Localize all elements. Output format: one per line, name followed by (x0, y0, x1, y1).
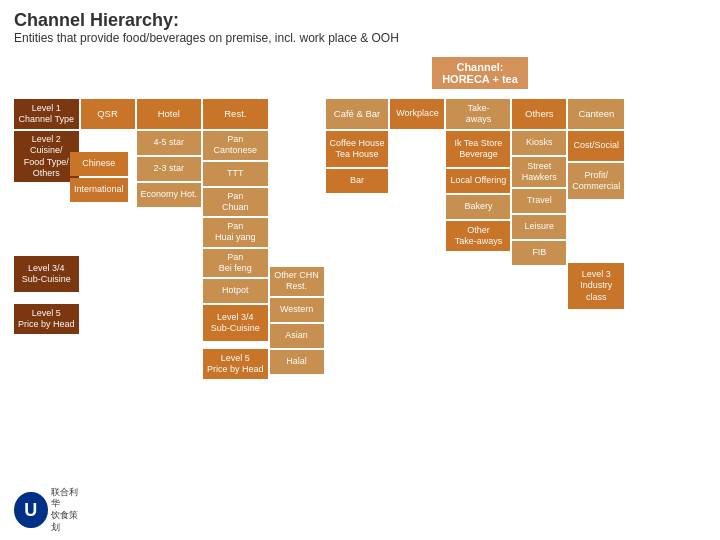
logo: U 联合利华饮食策划 (14, 490, 84, 530)
logo-u: U (24, 500, 37, 521)
channel-box: Channel:HORECA + tea (432, 57, 528, 89)
rest-level34: Level 3/4Sub-Cuisine (203, 305, 268, 341)
rest-pan-chuan: PanChuan (203, 188, 268, 217)
others-leisure: Leisure (512, 215, 566, 239)
hotel-economy: Economy Hot. (137, 183, 202, 207)
takeaway-other: OtherTake-aways (446, 221, 510, 251)
rest-level5: Level 5Price by Head (203, 349, 268, 379)
others-street: StreetHawkers (512, 157, 566, 187)
rest-sub-asian: Asian (270, 324, 324, 348)
rest-sub-otherchn: Other CHNRest. (270, 267, 324, 296)
rest-pan-bei: PanBei feng (203, 249, 268, 278)
rest-ttt: TTT (203, 162, 268, 186)
others-fib: FIB (512, 241, 566, 265)
qsr-international: International (70, 178, 128, 202)
rest-hotpot: Hotpot (203, 279, 268, 303)
rest-sub-western: Western (270, 298, 324, 322)
main-title: Channel Hierarchy: (14, 10, 706, 31)
others-travel: Travel (512, 189, 566, 213)
level2-label: Level 2Cuisine/Food Type/Others (14, 131, 79, 182)
qsr-header: QSR (81, 99, 135, 129)
logo-circle: U (14, 492, 48, 528)
rest-pan-canton: PanCantonese (203, 131, 268, 160)
rest-header: Rest. (203, 99, 268, 129)
title-section: Channel Hierarchy: Entities that provide… (14, 10, 706, 45)
sub-title: Entities that provide food/beverages on … (14, 31, 706, 45)
canteen-profit: Profit/Commercial (568, 163, 624, 199)
level1-label: Level 1Channel Type (14, 99, 79, 129)
cafe-coffeehouse: Coffee HouseTea House (326, 131, 389, 167)
takeaway-header: Take-aways (446, 99, 510, 129)
rest-pan-huai: PanHuai yang (203, 218, 268, 247)
level34-label: Level 3/4Sub-Cuisine (14, 256, 79, 292)
takeaway-bakery: Bakery (446, 195, 510, 219)
takeaway-iktea: Ik Tea StoreBeverage (446, 131, 510, 167)
cafe-bar: Bar (326, 169, 389, 193)
hotel-23star: 2-3 star (137, 157, 202, 181)
cafe-header: Café & Bar (326, 99, 389, 129)
level3-industry: Level 3Industryclass (568, 263, 624, 309)
page: Channel Hierarchy: Entities that provide… (0, 0, 720, 540)
rest-sub-halal: Halal (270, 350, 324, 374)
canteen-cost: Cost/Social (568, 131, 624, 161)
workplace-header: Workplace (390, 99, 444, 129)
others-header: Others (512, 99, 566, 129)
hotel-header: Hotel (137, 99, 202, 129)
takeaway-local: Local Offering (446, 169, 510, 193)
canteen-header: Canteen (568, 99, 624, 129)
logo-text: 联合利华饮食策划 (51, 487, 85, 534)
others-kiosks: Kiosks (512, 131, 566, 155)
level5-label: Level 5Price by Head (14, 304, 79, 334)
hotel-45star: 4-5 star (137, 131, 202, 155)
qsr-chinese: Chinese (70, 152, 128, 176)
